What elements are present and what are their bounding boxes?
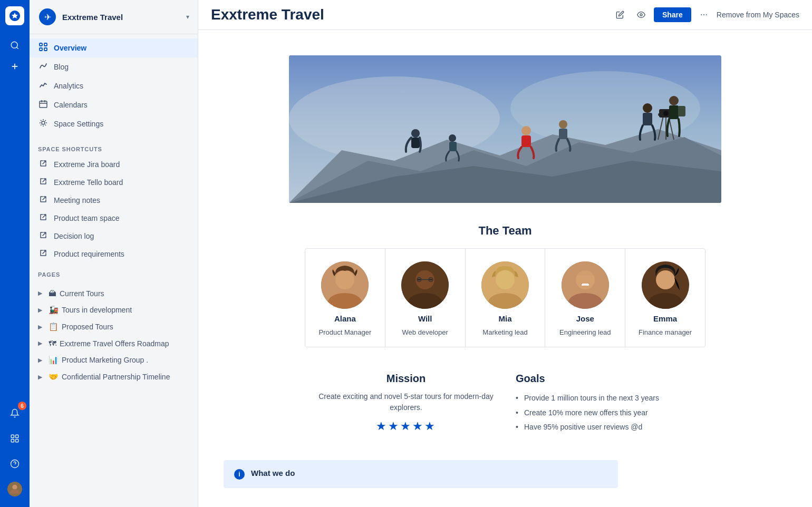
member-name-will: Will [418,314,432,323]
edit-button[interactable] [612,6,629,23]
external-link-icon-6 [38,249,49,259]
avatar-will [401,261,449,309]
svg-point-33 [643,103,652,113]
calendars-label: Calendars [54,101,88,109]
meeting-notes-label: Meeting notes [54,196,100,204]
analytics-icon [38,81,49,91]
svg-point-57 [575,270,596,276]
remove-from-spaces-link[interactable]: Remove from My Spaces [717,11,799,19]
create-nav-icon[interactable] [5,57,24,76]
help-nav-icon[interactable] [5,454,24,473]
member-role-alana: Product Manager [319,328,372,336]
user-avatar-icon[interactable] [5,480,24,499]
share-button[interactable]: Share [654,7,691,22]
watch-button[interactable] [633,6,650,23]
what-we-do-box: i What we do [224,460,618,488]
top-bar: Exxtreme Travel Share Remove fro [198,0,812,30]
svg-point-25 [411,129,420,138]
space-settings-icon [38,119,49,129]
page-proposed-tours[interactable]: ▶ 📋 Proposed Tours [30,318,198,335]
sidebar-item-blog[interactable]: Blog [30,57,198,76]
shortcut-meeting-notes[interactable]: Meeting notes [30,191,198,209]
svg-rect-3 [11,440,14,442]
avatar-alana [321,261,369,309]
shortcut-product-requirements[interactable]: Product requirements [30,245,198,263]
member-role-mia: Marketing lead [482,328,527,336]
product-requirements-label: Product requirements [54,250,124,258]
mission-heading: Mission [317,373,495,385]
svg-point-16 [701,14,702,15]
team-heading: The Team [211,224,799,238]
member-name-emma: Emma [653,314,677,323]
svg-rect-34 [643,113,652,125]
space-header[interactable]: ✈ Exxtreme Travel ▾ [30,0,198,34]
shortcut-tello-board[interactable]: Exxtreme Tello board [30,173,198,191]
svg-point-29 [521,126,531,135]
tello-board-label: Exxtreme Tello board [54,178,123,187]
svg-point-41 [669,96,679,105]
notifications-icon[interactable]: 6 [5,404,24,423]
sidebar-item-space-settings[interactable]: Space Settings [30,114,198,133]
decision-log-label: Decision log [54,232,94,240]
svg-point-27 [449,134,456,142]
member-role-emma: Finance manager [639,328,692,336]
shortcut-product-team-space[interactable]: Product team space [30,209,198,227]
svg-point-0 [11,42,17,48]
avatar-mia [481,261,529,309]
svg-rect-10 [44,43,47,46]
overview-label: Overview [54,44,86,52]
page-title: Exxtreme Travel [211,6,605,23]
apps-nav-icon[interactable] [5,429,24,448]
page-tours-development[interactable]: ▶ 🚂 Tours in development [30,301,198,318]
sidebar-nav: Overview Blog Analytics [30,34,198,138]
svg-text:✈: ✈ [44,13,51,22]
user-avatar [7,482,22,496]
calendars-icon [38,100,49,110]
goal-item-2: Create 10% more new offers this year [516,406,693,421]
app-logo[interactable] [5,6,24,25]
external-link-icon-3 [38,196,49,205]
svg-rect-13 [40,101,47,108]
svg-point-60 [656,270,675,289]
avatar-emma [642,261,689,309]
what-we-do-title: What we do [251,469,295,477]
svg-rect-11 [40,48,42,51]
external-link-icon-5 [38,231,49,241]
page-chevron-icon-6: ▶ [38,374,45,381]
svg-rect-49 [429,279,432,280]
main-content: Exxtreme Travel Share Remove fro [198,0,812,507]
team-member-mia: Mia Marketing lead [466,249,546,347]
page-travel-offers-roadmap[interactable]: ▶ 🗺 Exxtreme Travel Offers Roadmap [30,335,198,352]
proposed-tours-label: Proposed Tours [62,323,113,331]
space-icon: ✈ [38,7,57,26]
product-marketing-label: Product Marketing Group . [62,356,148,364]
svg-rect-9 [40,43,42,46]
shortcut-jira-board[interactable]: Exxtreme Jira board [30,155,198,173]
page-confidential-partnership[interactable]: ▶ 🤝 Confidential Partnership Timeline [30,368,198,385]
blog-icon [38,62,49,72]
shortcut-decision-log[interactable]: Decision log [30,227,198,245]
svg-rect-43 [678,106,685,116]
what-we-do-content: What we do [251,469,295,480]
sidebar-item-overview[interactable]: Overview [30,38,198,57]
sidebar-item-calendars[interactable]: Calendars [30,95,198,114]
space-title: Exxtreme Travel [62,13,181,22]
page-product-marketing-group[interactable]: ▶ 📊 Product Marketing Group . [30,352,198,368]
svg-rect-30 [521,135,531,147]
page-current-tours[interactable]: ▶ 🏔 Current Tours [30,285,198,301]
mission-stars: ★★★★★ [317,420,495,433]
confidential-partnership-label: Confidential Partnership Timeline [62,373,170,381]
search-nav-icon[interactable] [5,36,24,55]
svg-point-15 [640,14,642,16]
overview-icon [38,43,49,53]
page-chevron-icon-4: ▶ [38,340,45,347]
svg-rect-4 [16,440,18,442]
jira-board-label: Exxtreme Jira board [54,160,120,169]
shortcuts-list: Exxtreme Jira board Exxtreme Tello board… [30,155,198,263]
page-chevron-icon-3: ▶ [38,324,45,330]
more-button[interactable] [695,6,712,23]
sidebar-item-analytics[interactable]: Analytics [30,76,198,95]
avatar-jose [562,261,609,309]
svg-rect-2 [16,435,18,437]
svg-point-6 [12,485,17,490]
